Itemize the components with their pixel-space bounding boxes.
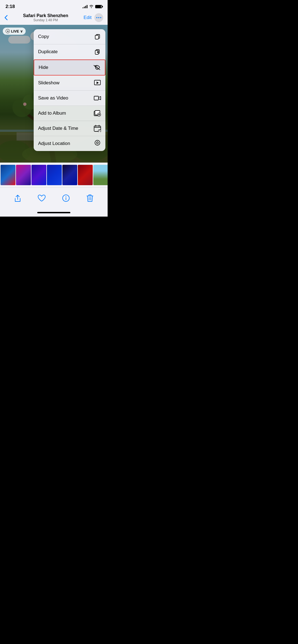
menu-item-adjust-date[interactable]: Adjust Date & Time (34, 121, 105, 136)
svg-point-39 (65, 196, 66, 197)
datetime-icon (94, 125, 101, 132)
photo-viewer: LIVE ∨ Copy Duplicate (0, 25, 108, 163)
menu-label-save-video: Save as Video (38, 95, 68, 101)
live-chevron: ∨ (20, 29, 23, 33)
wifi-icon (89, 5, 94, 9)
nav-title: Safari Park Shenzhen (23, 13, 68, 18)
filmstrip (0, 165, 108, 185)
svg-point-37 (97, 143, 98, 143)
menu-item-duplicate[interactable]: Duplicate (34, 44, 105, 60)
filmstrip-thumb-2[interactable] (16, 165, 31, 185)
svg-point-2 (100, 17, 101, 18)
home-indicator (0, 210, 108, 217)
copy-icon (94, 33, 101, 40)
nav-title-area: Safari Park Shenzhen Sunday 1:48 PM (23, 13, 68, 22)
filmstrip-thumb-4[interactable] (47, 165, 62, 185)
favorite-button[interactable] (36, 192, 48, 204)
signal-icon (83, 5, 87, 8)
status-time: 2:18 (6, 4, 15, 9)
menu-label-adjust-location: Adjust Location (38, 141, 70, 146)
filmstrip-thumb-6[interactable] (78, 165, 93, 185)
nav-subtitle: Sunday 1:48 PM (23, 18, 68, 22)
bottom-toolbar (0, 187, 108, 210)
svg-rect-26 (95, 50, 99, 54)
duplicate-icon (94, 48, 101, 55)
location-icon (94, 140, 101, 147)
svg-rect-24 (95, 35, 99, 39)
menu-label-slideshow: Slideshow (38, 80, 60, 86)
live-target-icon (6, 29, 10, 33)
svg-rect-29 (94, 96, 99, 100)
filmstrip-container (0, 163, 108, 187)
menu-label-add-album: Add to Album (38, 111, 66, 116)
live-label: LIVE (11, 29, 19, 33)
video-icon (94, 95, 101, 102)
menu-label-adjust-date: Adjust Date & Time (38, 126, 78, 131)
delete-button[interactable] (84, 192, 96, 204)
menu-label-copy: Copy (38, 34, 49, 39)
menu-item-hide[interactable]: Hide (34, 60, 105, 76)
share-button[interactable] (12, 192, 24, 204)
menu-item-adjust-location[interactable]: Adjust Location (34, 136, 105, 151)
menu-item-add-album[interactable]: Add to Album (34, 106, 105, 121)
more-button[interactable] (94, 13, 103, 22)
slideshow-icon (94, 79, 101, 87)
menu-item-copy[interactable]: Copy (34, 29, 105, 44)
menu-item-slideshow[interactable]: Slideshow (34, 76, 105, 91)
photo-background: LIVE ∨ Copy Duplicate (0, 25, 108, 163)
menu-label-hide: Hide (39, 65, 48, 70)
hide-icon (93, 64, 100, 71)
status-icons (83, 5, 102, 9)
svg-point-0 (96, 17, 97, 18)
album-icon (94, 110, 101, 117)
menu-label-duplicate: Duplicate (38, 49, 58, 55)
nav-right: Edit (84, 13, 103, 22)
status-bar: 2:18 (0, 0, 108, 11)
filmstrip-thumb-7[interactable] (93, 165, 108, 185)
live-badge[interactable]: LIVE ∨ (3, 28, 26, 35)
home-bar (37, 212, 70, 213)
filmstrip-thumb-3[interactable] (31, 165, 46, 185)
battery-icon (95, 5, 102, 8)
filmstrip-thumb-1[interactable] (1, 165, 15, 185)
info-button[interactable] (60, 192, 72, 204)
context-menu: Copy Duplicate (34, 29, 105, 151)
svg-point-1 (98, 17, 99, 18)
filmstrip-thumb-5[interactable] (62, 165, 77, 185)
nav-bar: Safari Park Shenzhen Sunday 1:48 PM Edit (0, 11, 108, 25)
back-button[interactable] (4, 15, 8, 20)
menu-item-save-video[interactable]: Save as Video (34, 91, 105, 106)
edit-button[interactable]: Edit (84, 15, 92, 20)
